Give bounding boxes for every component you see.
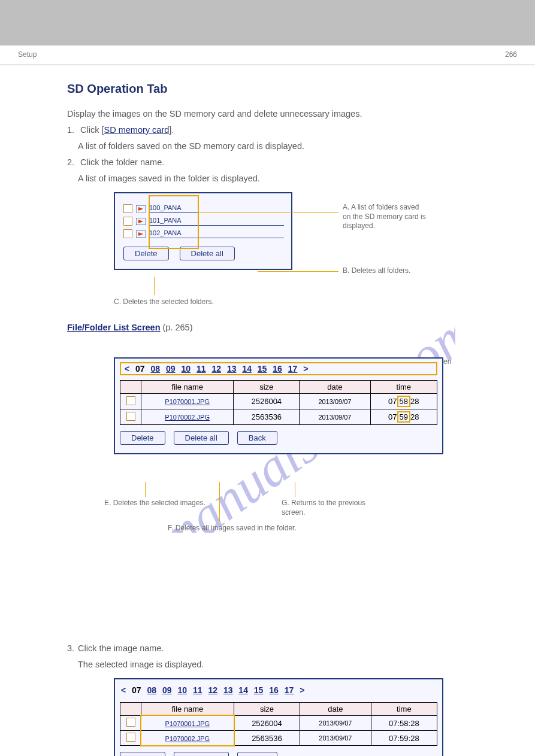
delete-button[interactable]: Delete <box>120 752 165 756</box>
callout-leader <box>154 277 155 295</box>
folder-checkbox[interactable] <box>123 204 132 213</box>
pager-page[interactable]: 16 <box>273 364 282 374</box>
page-title: SD Operation Tab <box>67 82 468 96</box>
table-row: P1070002.JPG 2563536 2013/09/07 075928 <box>120 409 437 425</box>
row-checkbox[interactable] <box>126 718 135 727</box>
cell-filename[interactable]: P1070002.JPG <box>141 731 234 746</box>
step1-a: Click [ <box>80 125 104 135</box>
folder-checkbox[interactable] <box>123 229 132 238</box>
step3-text: Click the image name. <box>78 643 164 653</box>
folder-name[interactable]: 100_PANA <box>149 204 284 213</box>
pager-page[interactable]: 17 <box>285 685 294 695</box>
pager-page[interactable]: 08 <box>147 685 157 695</box>
pager-page[interactable]: 10 <box>177 685 187 695</box>
row-checkbox[interactable] <box>126 412 135 421</box>
arrow-icon <box>136 218 146 225</box>
step2-sub: A list of images saved in the folder is … <box>67 172 468 185</box>
pager-prev[interactable]: < <box>121 685 126 695</box>
step-number-2: 2. <box>67 156 78 169</box>
back-button[interactable]: Back <box>237 752 277 756</box>
pager-page[interactable]: 11 <box>197 364 206 374</box>
col-checkbox <box>120 703 141 716</box>
pager-page[interactable]: 14 <box>242 364 252 374</box>
callout-a: A. A list of folders saved on the SD mem… <box>343 203 426 231</box>
step3-sub: The selected image is displayed. <box>67 658 468 671</box>
callout-leader <box>145 482 146 497</box>
delete-button[interactable]: Delete <box>120 431 165 445</box>
step-number-1: 1. <box>67 124 78 136</box>
arrow-icon <box>136 230 146 238</box>
callout-leader <box>258 271 338 272</box>
pager-next[interactable]: > <box>303 364 308 374</box>
cell-date: 2013/09/07 <box>300 716 371 731</box>
pager-page[interactable]: 17 <box>288 364 298 374</box>
pager-page[interactable]: 12 <box>208 685 217 695</box>
back-button[interactable]: Back <box>237 431 277 445</box>
file-list-panel-1: < 07 08 09 10 11 12 13 14 15 16 17 > <box>114 357 443 454</box>
step1-b: ]. <box>169 125 174 135</box>
pager-page[interactable]: 11 <box>193 685 202 695</box>
folder-checkbox[interactable] <box>123 217 132 226</box>
sd-card-link[interactable]: SD memory card <box>104 125 170 135</box>
callout-f: F. Deletes all images saved in the folde… <box>168 524 297 533</box>
col-time: time <box>371 703 437 716</box>
intro-text: Display the images on the SD memory card… <box>67 108 468 185</box>
pager-page[interactable]: 10 <box>181 364 191 374</box>
folder-row[interactable]: 101_PANA <box>123 217 284 226</box>
col-filename: file name <box>141 381 234 394</box>
minute-highlight: 59 <box>397 412 410 421</box>
pager-page[interactable]: 15 <box>254 685 264 695</box>
pager-page[interactable]: 13 <box>227 364 237 374</box>
cell-time: 075928 <box>370 409 437 425</box>
cell-time: 07:59:28 <box>371 731 437 746</box>
table-row: P1070002.JPG 2563536 2013/09/07 07:59:28 <box>120 731 437 746</box>
pager-page[interactable]: 08 <box>151 364 161 374</box>
callout-leader <box>219 482 220 521</box>
delete-all-button[interactable]: Delete all <box>174 431 229 445</box>
pager-next[interactable]: > <box>300 685 304 695</box>
pager-page[interactable]: 12 <box>211 364 221 374</box>
pager-page[interactable]: 09 <box>166 364 176 374</box>
delete-all-button[interactable]: Delete all <box>174 752 229 756</box>
callout-leader <box>295 482 295 497</box>
folder-name[interactable]: 101_PANA <box>149 217 284 226</box>
cell-time: 07:58:28 <box>371 716 437 731</box>
callout-g: G. Returns to the previous screen. <box>282 499 365 517</box>
cell-filename[interactable]: P1070001.JPG <box>141 716 234 731</box>
cell-date: 2013/09/07 <box>300 394 370 409</box>
pager-highlight: < 07 08 09 10 11 12 13 14 15 16 17 > <box>120 362 437 375</box>
col-date: date <box>300 381 370 394</box>
file-table: file name size date time P1070001.JPG 25… <box>120 380 437 425</box>
cell-filename[interactable]: P1070001.JPG <box>141 394 234 409</box>
cell-date: 2013/09/07 <box>300 409 370 425</box>
callout-b: B. Deletes all folders. <box>343 266 410 276</box>
step3: 3.Click the image name. The selected ima… <box>67 642 468 671</box>
cell-filename[interactable]: P1070002.JPG <box>141 409 234 425</box>
header-rule <box>0 65 535 65</box>
file-list-panel-2: < 07 08 09 10 11 12 13 14 15 16 17 > <box>114 678 443 756</box>
folder-row[interactable]: 100_PANA <box>123 204 284 213</box>
pager-page[interactable]: 15 <box>258 364 267 374</box>
pager-page[interactable]: 13 <box>223 685 233 695</box>
folder-list-panel: 100_PANA 101_PANA 102_PANA <box>114 192 292 270</box>
cell-date: 2013/09/07 <box>300 731 371 746</box>
row-checkbox[interactable] <box>126 396 135 405</box>
callout-c: C. Deletes the selected folders. <box>114 297 214 307</box>
section-link[interactable]: File/Folder List Screen <box>67 323 161 332</box>
row-checkbox[interactable] <box>126 733 135 742</box>
pager-page[interactable]: 09 <box>162 685 172 695</box>
intro-paragraph: Display the images on the SD memory card… <box>67 108 468 120</box>
col-size: size <box>234 381 300 394</box>
pager: < 07 08 09 10 11 12 13 14 15 16 17 > <box>120 683 437 697</box>
col-checkbox <box>120 381 141 394</box>
pager-prev[interactable]: < <box>125 364 129 374</box>
delete-all-button[interactable]: Delete all <box>180 247 235 260</box>
delete-button[interactable]: Delete <box>123 247 169 260</box>
header-page: 266 <box>505 50 517 59</box>
step2-text: Click the folder name. <box>80 157 164 167</box>
folder-row[interactable]: 102_PANA <box>123 229 284 238</box>
pager-page[interactable]: 16 <box>269 685 279 695</box>
folder-name[interactable]: 102_PANA <box>149 229 284 238</box>
pager-page[interactable]: 14 <box>238 685 248 695</box>
cell-size: 2563536 <box>234 409 300 425</box>
